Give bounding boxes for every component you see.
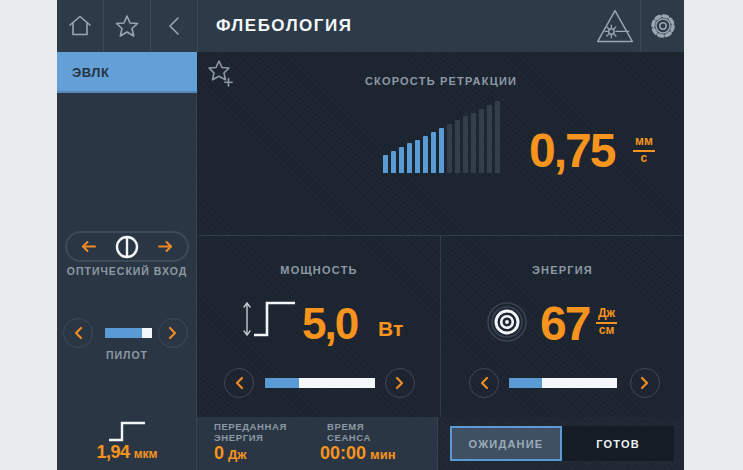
retraction-bar xyxy=(407,143,412,173)
retraction-bar xyxy=(423,136,428,173)
session-time-value-row: 00:00мин xyxy=(320,443,396,464)
wavelength-step-icon xyxy=(107,421,147,442)
unit-numerator: Дж xyxy=(596,307,617,324)
power-step-icon xyxy=(240,296,302,342)
wavelength-value: 1,94 xyxy=(97,442,130,462)
retraction-bar xyxy=(487,105,492,173)
pilot-decrease-button[interactable] xyxy=(63,318,93,348)
power-unit: Вт xyxy=(378,317,403,341)
energy-slider-fill xyxy=(509,378,542,388)
unit-denominator: с xyxy=(641,152,648,166)
retraction-bar xyxy=(399,147,404,173)
chevron-left-icon xyxy=(234,376,244,390)
laser-emission-indicator xyxy=(590,0,640,52)
unit-numerator: мм xyxy=(633,135,655,152)
home-icon xyxy=(67,13,93,39)
retraction-speed-unit: мм с xyxy=(633,135,655,166)
wavelength-value-row: 1,94мкм xyxy=(57,442,197,463)
retraction-bar xyxy=(383,155,388,173)
sidebar-tab-evlk[interactable]: ЭВЛК xyxy=(57,52,197,93)
retraction-bar xyxy=(447,124,452,173)
retraction-bar xyxy=(479,109,484,173)
energy-slider[interactable] xyxy=(509,378,617,388)
chevron-left-icon xyxy=(73,326,83,340)
favorites-button[interactable] xyxy=(104,0,151,52)
pilot-increase-button[interactable] xyxy=(158,318,188,348)
retraction-bar xyxy=(471,113,476,173)
chevron-left-icon xyxy=(479,376,489,390)
settings-button[interactable] xyxy=(640,0,684,52)
retraction-bar xyxy=(455,120,460,173)
page-title: ФЛЕБОЛОГИЯ xyxy=(198,0,352,52)
chevron-right-icon xyxy=(168,326,178,340)
retraction-bar xyxy=(431,132,436,173)
laser-warning-icon xyxy=(593,6,637,46)
power-value: 5,0 xyxy=(302,302,357,346)
optical-input-control xyxy=(65,231,189,262)
session-time-unit: мин xyxy=(370,447,395,462)
retraction-bar xyxy=(439,128,444,173)
pilot-slider[interactable] xyxy=(105,328,152,338)
retraction-bar xyxy=(415,140,420,173)
retraction-bar xyxy=(391,151,396,173)
wavelength-cell: 1,94мкм xyxy=(57,417,197,470)
pilot-slider-fill xyxy=(105,328,142,338)
energy-value: 67 xyxy=(540,300,589,348)
arrow-right-icon[interactable] xyxy=(157,240,174,253)
session-time-value: 00:00 xyxy=(320,443,366,463)
energy-decrease-button[interactable] xyxy=(469,368,499,398)
gear-icon xyxy=(648,11,678,41)
transferred-energy-value: 0 xyxy=(214,443,224,463)
top-bar: ФЛЕБОЛОГИЯ xyxy=(57,0,684,52)
power-slider-fill xyxy=(265,378,299,388)
unit-denominator: см xyxy=(599,324,615,338)
retraction-speed-bars xyxy=(383,101,501,173)
power-label: МОЩНОСТЬ xyxy=(198,264,440,276)
energy-label: ЭНЕРГИЯ xyxy=(441,264,684,276)
pilot-label: ПИЛОТ xyxy=(57,349,197,361)
mode-switch-area: ОЖИДАНИЕ ГОТОВ xyxy=(438,417,684,470)
energy-bullseye-icon xyxy=(486,301,528,343)
status-bar: 1,94мкм ПЕРЕДАННАЯ ЭНЕРГИЯ 0Дж ВРЕМЯ СЕА… xyxy=(57,417,684,470)
star-icon xyxy=(114,13,140,39)
transferred-energy-label: ПЕРЕДАННАЯ ЭНЕРГИЯ xyxy=(214,422,287,444)
transferred-energy-value-row: 0Дж xyxy=(214,443,247,464)
ready-button[interactable]: ГОТОВ xyxy=(562,426,674,461)
transferred-energy-unit: Дж xyxy=(228,447,246,462)
back-chevron-icon xyxy=(167,16,181,36)
chevron-right-icon xyxy=(640,376,650,390)
power-slider[interactable] xyxy=(265,378,375,388)
retraction-bar xyxy=(463,116,468,173)
topbar-spacer xyxy=(352,0,590,52)
retraction-bar xyxy=(495,101,500,173)
back-button[interactable] xyxy=(151,0,198,52)
energy-increase-button[interactable] xyxy=(630,368,660,398)
optical-aperture-icon xyxy=(115,235,139,259)
arrow-left-icon[interactable] xyxy=(80,240,97,253)
power-increase-button[interactable] xyxy=(385,368,415,398)
standby-button[interactable]: ОЖИДАНИЕ xyxy=(450,426,562,461)
energy-unit: Дж см xyxy=(596,307,617,338)
retraction-speed-value: 0,75 xyxy=(529,127,614,175)
retraction-speed-label: СКОРОСТЬ РЕТРАКЦИИ xyxy=(198,75,684,87)
chevron-right-icon xyxy=(395,376,405,390)
power-decrease-button[interactable] xyxy=(224,368,254,398)
optical-input-label: ОПТИЧЕСКИЙ ВХОД xyxy=(57,265,197,277)
wavelength-unit: мкм xyxy=(134,447,158,461)
home-button[interactable] xyxy=(57,0,104,52)
horizontal-divider xyxy=(198,235,684,236)
app-window: ФЛЕБОЛОГИЯ ЭВЛК xyxy=(57,0,684,470)
session-time-label: ВРЕМЯ СЕАНСА xyxy=(327,422,371,444)
